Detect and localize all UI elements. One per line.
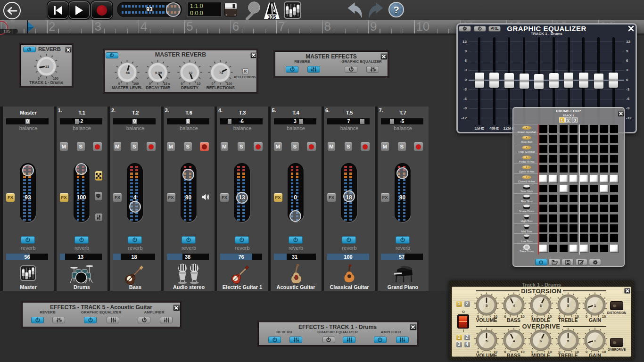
svg-text:1: 1 [594,304,596,308]
svg-text:105: 105 [268,14,276,20]
svg-text:10: 10 [189,71,192,75]
svg-text:5: 5 [486,304,488,308]
svg-text:5: 5 [486,339,488,343]
svg-text:13: 13 [45,65,49,69]
svg-text:1: 1 [594,339,596,343]
svg-text:6: 6 [540,304,542,308]
svg-text:6: 6 [540,339,542,343]
svg-text:74: 74 [219,71,223,75]
svg-text:4: 4 [512,339,515,343]
svg-text:4: 4 [512,304,515,308]
svg-text:5: 5 [567,339,569,343]
svg-text:5: 5 [567,304,569,308]
svg-text:56: 56 [126,71,130,75]
svg-text:9.99: 9.99 [155,71,162,75]
